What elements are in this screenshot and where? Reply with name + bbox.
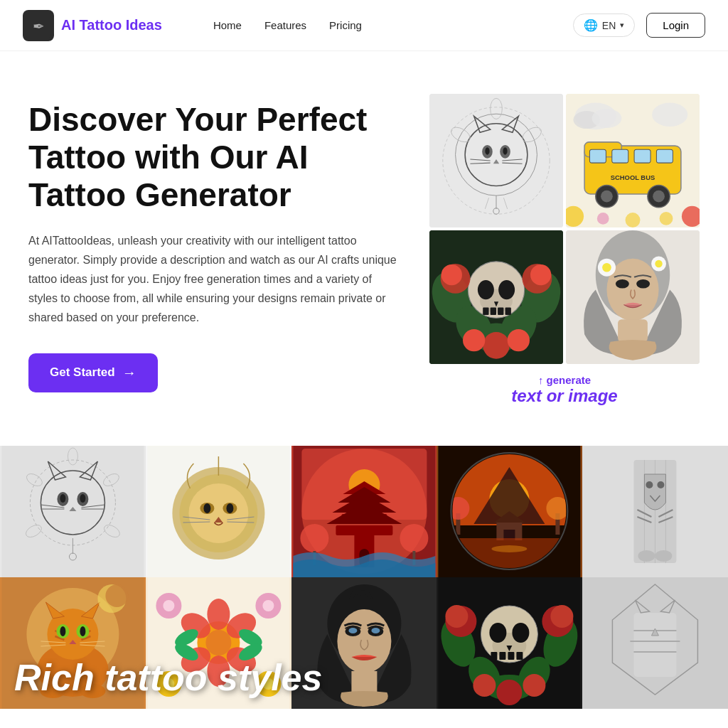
rich-styles-label: Rich tattoo styles [14, 657, 322, 698]
svg-point-214 [513, 623, 530, 643]
nav-right: 🌐 EN ▾ Login [573, 13, 705, 38]
svg-point-213 [490, 623, 507, 643]
svg-point-60 [441, 264, 462, 285]
get-started-button[interactable]: Get Started → [28, 353, 158, 392]
svg-point-28 [652, 103, 687, 127]
svg-point-152 [655, 550, 673, 562]
svg-point-223 [473, 674, 496, 697]
nav-home[interactable]: Home [213, 19, 242, 31]
svg-text:✒: ✒ [33, 18, 45, 34]
svg-rect-31 [589, 149, 606, 163]
logo-text: AI Tattoo Ideas [61, 17, 162, 33]
svg-point-220 [446, 605, 469, 628]
svg-point-178 [205, 630, 231, 655]
svg-point-43 [597, 213, 609, 225]
svg-point-70 [636, 279, 650, 289]
svg-point-175 [105, 584, 128, 607]
nav-pricing[interactable]: Pricing [329, 19, 362, 31]
svg-point-64 [463, 329, 485, 351]
svg-point-63 [483, 332, 510, 359]
svg-rect-33 [634, 149, 651, 163]
chevron-down-icon: ▾ [620, 21, 624, 30]
svg-point-188 [262, 600, 274, 611]
svg-point-39 [653, 191, 665, 203]
lang-label: EN [602, 20, 616, 31]
svg-rect-57 [498, 308, 503, 315]
svg-rect-56 [491, 308, 496, 315]
arrow-right-icon: → [122, 365, 136, 381]
svg-point-54 [498, 280, 515, 299]
login-button[interactable]: Login [646, 13, 705, 38]
svg-point-151 [638, 550, 655, 562]
svg-text:SCHOOL BUS: SCHOOL BUS [611, 173, 655, 181]
svg-point-146 [658, 481, 665, 488]
hero-image-skull [429, 230, 563, 364]
svg-point-224 [497, 680, 523, 705]
svg-rect-218 [517, 652, 523, 660]
hero-image-grid: SCHOOL BUS [429, 94, 700, 364]
svg-point-84 [80, 494, 85, 503]
svg-point-165 [60, 626, 65, 636]
svg-point-202 [348, 628, 357, 633]
svg-point-37 [601, 191, 613, 203]
svg-rect-217 [508, 652, 515, 660]
svg-point-83 [60, 494, 65, 503]
gallery-item-geo [582, 446, 728, 577]
svg-point-222 [551, 605, 574, 628]
svg-point-120 [300, 524, 328, 552]
gallery-item-lion [146, 446, 291, 577]
svg-point-27 [592, 109, 622, 128]
hero-title: Discover Your Perfect Tattoo with Our AI… [28, 101, 401, 214]
svg-rect-228 [634, 613, 677, 677]
svg-point-103 [203, 503, 210, 513]
svg-point-122 [400, 524, 428, 552]
hero-image-woman [566, 230, 700, 364]
logo-icon: ✒ [23, 10, 54, 41]
svg-point-74 [655, 260, 662, 267]
logo-link[interactable]: ✒ AI Tattoo Ideas [23, 10, 162, 41]
svg-rect-75 [618, 319, 648, 341]
svg-point-100 [188, 483, 248, 543]
gallery-section: Rich tattoo styles [0, 446, 728, 709]
nav-features[interactable]: Features [264, 19, 306, 31]
gallery-item-tiger-geo [582, 577, 728, 709]
svg-rect-215 [491, 652, 498, 660]
svg-point-44 [660, 212, 673, 225]
gallery-item-skull-roses [437, 577, 582, 709]
svg-rect-32 [612, 149, 628, 163]
language-selector[interactable]: 🌐 EN ▾ [573, 14, 635, 37]
hero-image-bus: SCHOOL BUS [566, 94, 700, 228]
svg-point-139 [492, 545, 528, 552]
svg-point-225 [523, 674, 546, 697]
svg-point-145 [646, 481, 653, 488]
svg-rect-216 [500, 652, 506, 660]
cta-label: Get Started [50, 365, 115, 380]
svg-point-203 [371, 628, 380, 633]
svg-point-62 [530, 264, 551, 285]
hero-description: At AITattooIdeas, unleash your creativit… [28, 231, 401, 328]
svg-point-65 [508, 329, 530, 351]
svg-point-72 [602, 263, 611, 272]
gallery-item-landscape [437, 446, 582, 577]
gallery-item-pagoda [291, 446, 437, 577]
navbar: ✒ AI Tattoo Ideas Home Features Pricing … [0, 0, 728, 51]
generate-hint: ↑ generate text or image [429, 367, 700, 410]
hero-content: Discover Your Perfect Tattoo with Our AI… [28, 94, 401, 392]
generate-line2: text or image [429, 386, 700, 406]
svg-rect-58 [505, 308, 511, 315]
hero-image-cat [429, 94, 563, 228]
svg-point-69 [616, 279, 629, 289]
generate-line1: ↑ generate [429, 374, 700, 386]
gallery-overlay: Rich tattoo styles [0, 659, 459, 709]
svg-point-186 [163, 600, 174, 611]
svg-point-42 [626, 213, 641, 228]
nav-links: Home Features Pricing [191, 0, 385, 51]
nav-left: ✒ AI Tattoo Ideas Home Features Pricing [23, 0, 385, 51]
gallery-item-cat [0, 446, 146, 577]
svg-point-166 [80, 626, 85, 636]
svg-point-179 [207, 599, 230, 630]
svg-rect-117 [336, 525, 392, 535]
hero-gallery: SCHOOL BUS [429, 94, 700, 410]
svg-point-11 [503, 147, 507, 154]
svg-rect-55 [483, 308, 488, 315]
